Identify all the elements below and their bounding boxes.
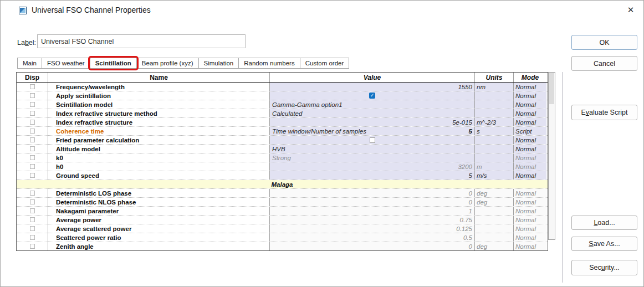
- param-mode[interactable]: Normal: [514, 207, 546, 215]
- param-mode[interactable]: Normal: [514, 224, 546, 233]
- param-mode[interactable]: Normal: [514, 189, 546, 197]
- param-value[interactable]: Calculated: [270, 109, 475, 117]
- value-spinner[interactable]: 5: [469, 127, 472, 135]
- param-units[interactable]: [475, 100, 514, 109]
- param-value[interactable]: 1550: [270, 83, 475, 91]
- save-as-button[interactable]: Save As...: [571, 237, 637, 251]
- param-mode[interactable]: Normal: [514, 100, 546, 109]
- disp-checkbox[interactable]: [30, 217, 35, 222]
- cancel-button[interactable]: Cancel: [571, 56, 637, 71]
- param-units[interactable]: m^-2/3: [475, 118, 514, 126]
- param-units[interactable]: deg: [475, 198, 514, 206]
- param-mode[interactable]: Normal: [514, 233, 546, 242]
- value-checkbox-checked[interactable]: ✓: [369, 93, 375, 99]
- param-units[interactable]: [475, 109, 514, 117]
- param-value[interactable]: 0: [270, 198, 475, 206]
- tab-beam-profile-xyz-[interactable]: Beam profile (xyz): [136, 58, 199, 69]
- param-units[interactable]: [475, 145, 514, 153]
- param-value[interactable]: 0: [270, 189, 475, 197]
- param-value[interactable]: 0.125: [270, 224, 475, 233]
- param-value[interactable]: 0.75: [270, 216, 475, 224]
- param-units[interactable]: s: [475, 127, 514, 135]
- param-units[interactable]: [475, 224, 514, 233]
- scrollbar-thumb[interactable]: [549, 73, 554, 104]
- close-icon[interactable]: ✕: [625, 4, 637, 16]
- tab-scintillation[interactable]: Scintillation: [90, 58, 137, 69]
- param-row: Index refractive structure5e-015m^-2/3No…: [17, 118, 548, 127]
- param-value[interactable]: [270, 136, 475, 144]
- disp-checkbox[interactable]: [30, 244, 35, 249]
- column-header-value: Value: [270, 73, 475, 82]
- param-units[interactable]: [475, 207, 514, 215]
- evaluate-script-button[interactable]: Evaluate Script: [571, 105, 637, 120]
- param-units[interactable]: [475, 153, 514, 162]
- tab-random-numbers[interactable]: Random numbers: [238, 58, 300, 69]
- disp-checkbox[interactable]: [30, 173, 35, 178]
- param-mode[interactable]: Normal: [514, 198, 546, 206]
- param-units[interactable]: [475, 216, 514, 224]
- param-units[interactable]: nm: [475, 83, 514, 91]
- param-row: Fried parameter calculationNormal: [17, 136, 548, 145]
- disp-checkbox[interactable]: [30, 146, 35, 151]
- value-checkbox-unchecked[interactable]: [370, 137, 375, 143]
- param-mode[interactable]: Normal: [514, 242, 546, 250]
- param-mode[interactable]: Normal: [514, 216, 546, 224]
- app-icon: [19, 7, 27, 14]
- param-value[interactable]: 5e-015: [270, 118, 475, 126]
- param-units[interactable]: m: [475, 162, 514, 171]
- param-value[interactable]: 0.5: [270, 233, 475, 242]
- param-mode[interactable]: Normal: [514, 145, 546, 153]
- param-mode[interactable]: Normal: [514, 136, 546, 144]
- table-scrollbar[interactable]: [548, 72, 555, 240]
- disp-checkbox[interactable]: [30, 208, 35, 213]
- tab-main[interactable]: Main: [17, 58, 42, 69]
- param-mode[interactable]: Normal: [514, 153, 546, 162]
- disp-checkbox[interactable]: [30, 102, 35, 107]
- disp-checkbox[interactable]: [30, 129, 35, 134]
- disp-checkbox[interactable]: [30, 226, 35, 231]
- param-value[interactable]: Time window/Number of samples5: [270, 127, 475, 135]
- param-row: Nakagami parameter1Normal: [17, 207, 548, 216]
- tab-custom-order[interactable]: Custom order: [300, 58, 350, 69]
- load-button[interactable]: Load...: [571, 216, 637, 230]
- param-value[interactable]: 1: [270, 207, 475, 215]
- param-name: h0: [48, 162, 270, 171]
- param-mode[interactable]: Normal: [514, 83, 546, 91]
- param-units[interactable]: [475, 91, 514, 100]
- param-units[interactable]: deg: [475, 242, 514, 250]
- disp-checkbox[interactable]: [30, 191, 35, 196]
- param-mode[interactable]: Script: [514, 127, 546, 135]
- param-units[interactable]: [475, 136, 514, 144]
- tab-simulation[interactable]: Simulation: [198, 58, 239, 69]
- ok-button[interactable]: OK: [571, 35, 637, 50]
- param-value[interactable]: 0: [270, 242, 475, 250]
- disp-checkbox[interactable]: [30, 93, 35, 98]
- param-row: h03200mNormal: [17, 162, 548, 171]
- disp-checkbox[interactable]: [30, 120, 35, 125]
- disp-checkbox[interactable]: [30, 199, 35, 204]
- disp-checkbox[interactable]: [30, 155, 35, 160]
- param-mode[interactable]: Normal: [514, 109, 546, 117]
- disp-checkbox[interactable]: [30, 111, 35, 116]
- param-value[interactable]: Gamma-Gamma option1: [270, 100, 475, 109]
- param-mode[interactable]: Normal: [514, 171, 546, 180]
- param-units[interactable]: m/s: [475, 171, 514, 180]
- param-value[interactable]: 5: [270, 171, 475, 180]
- param-mode[interactable]: Normal: [514, 91, 546, 100]
- disp-checkbox[interactable]: [30, 137, 35, 142]
- param-value[interactable]: Strong: [270, 153, 475, 162]
- label-input[interactable]: [37, 34, 246, 48]
- disp-checkbox[interactable]: [30, 235, 35, 240]
- param-value[interactable]: ✓: [270, 91, 475, 100]
- tab-fso-weather[interactable]: FSO weather: [42, 58, 90, 69]
- param-value[interactable]: HVB: [270, 145, 475, 153]
- disp-checkbox[interactable]: [30, 164, 35, 169]
- param-mode[interactable]: Normal: [514, 118, 546, 126]
- disp-checkbox[interactable]: [30, 84, 35, 89]
- param-disp-cell: [17, 109, 48, 117]
- security-button[interactable]: Security...: [571, 260, 637, 275]
- param-units[interactable]: deg: [475, 189, 514, 197]
- param-value[interactable]: 3200: [270, 162, 475, 171]
- param-mode[interactable]: Normal: [514, 162, 546, 171]
- param-units[interactable]: [475, 233, 514, 242]
